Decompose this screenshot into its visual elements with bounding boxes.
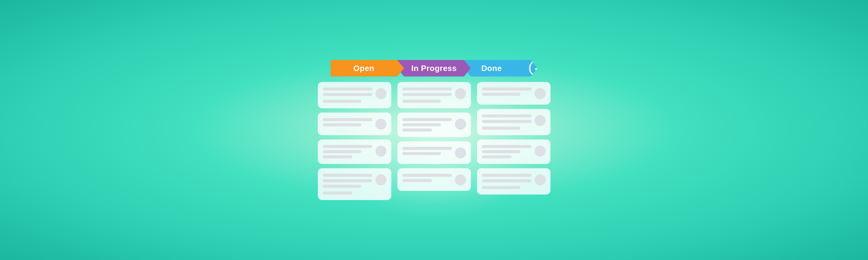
- status-done[interactable]: Done ✓: [464, 60, 538, 76]
- card-open-4[interactable]: [318, 168, 391, 200]
- line: [402, 152, 441, 155]
- line: [482, 115, 531, 118]
- line: [482, 150, 521, 153]
- card-inprogress-3[interactable]: [397, 141, 471, 164]
- line: [482, 145, 531, 148]
- line: [402, 128, 432, 132]
- kanban-board: [318, 82, 551, 200]
- line: [482, 127, 521, 130]
- card-content: [323, 174, 386, 195]
- line: [482, 120, 531, 123]
- line: [323, 88, 372, 91]
- status-inprogress-label: In Progress: [411, 64, 457, 73]
- line: [402, 174, 452, 177]
- card-lines: [323, 118, 372, 126]
- avatar: [534, 115, 546, 126]
- line: [323, 192, 352, 195]
- avatar: [375, 174, 386, 185]
- line: [323, 185, 361, 188]
- card-done-3[interactable]: [477, 139, 551, 164]
- card-open-2[interactable]: [318, 112, 391, 135]
- avatar: [375, 88, 386, 99]
- line: [482, 93, 521, 96]
- card-lines: [402, 174, 452, 182]
- line: [402, 93, 452, 96]
- card-content: [323, 118, 386, 130]
- line: [482, 174, 531, 177]
- avatar: [455, 88, 466, 99]
- status-bar: Open In Progress Done ✓: [331, 60, 538, 76]
- avatar: [455, 119, 466, 130]
- line: [482, 155, 512, 158]
- card-lines: [482, 88, 531, 96]
- card-content: [323, 145, 386, 158]
- card-inprogress-4[interactable]: [397, 168, 471, 191]
- background: Open In Progress Done ✓: [0, 0, 868, 260]
- card-inprogress-1[interactable]: [397, 82, 471, 108]
- done-circle: ✓: [529, 60, 546, 77]
- line: [482, 186, 521, 189]
- card-open-1[interactable]: [318, 82, 391, 108]
- card-open-3[interactable]: [318, 139, 391, 164]
- avatar: [455, 148, 466, 158]
- line: [323, 150, 361, 153]
- card-content: [402, 88, 466, 103]
- card-content: [402, 118, 466, 132]
- line: [323, 145, 372, 148]
- line: [402, 88, 452, 91]
- card-done-1[interactable]: [477, 82, 551, 105]
- line: [323, 155, 352, 158]
- check-icon: ✓: [534, 64, 541, 73]
- line: [482, 179, 531, 182]
- avatar: [534, 88, 546, 99]
- column-done: [477, 82, 551, 200]
- status-done-label: Done: [481, 64, 502, 73]
- avatar: [534, 174, 546, 185]
- card-lines: [482, 145, 531, 158]
- card-content: [323, 88, 386, 103]
- kanban-wrapper: Open In Progress Done ✓: [318, 60, 551, 200]
- card-lines: [323, 145, 372, 158]
- line: [402, 147, 452, 150]
- avatar: [375, 119, 386, 130]
- line: [323, 93, 372, 96]
- card-lines: [323, 174, 372, 195]
- card-lines: [323, 88, 372, 103]
- column-inprogress: [397, 82, 471, 200]
- card-content: [402, 174, 466, 185]
- card-lines: [402, 118, 452, 132]
- status-inprogress[interactable]: In Progress: [397, 60, 471, 76]
- card-content: [482, 88, 546, 99]
- line: [402, 118, 452, 121]
- card-lines: [482, 115, 531, 130]
- line: [323, 123, 361, 126]
- card-content: [402, 147, 466, 158]
- column-open: [318, 82, 391, 200]
- card-lines: [402, 88, 452, 103]
- status-open[interactable]: Open: [331, 60, 404, 76]
- card-done-2[interactable]: [477, 109, 551, 135]
- card-content: [482, 115, 546, 130]
- line: [323, 179, 372, 182]
- line: [323, 174, 372, 177]
- avatar: [455, 174, 466, 185]
- card-content: [482, 174, 546, 189]
- avatar: [534, 145, 546, 157]
- status-open-label: Open: [353, 64, 374, 73]
- line: [323, 100, 361, 103]
- card-done-4[interactable]: [477, 168, 551, 195]
- line: [482, 88, 531, 91]
- line: [402, 123, 441, 126]
- card-inprogress-2[interactable]: [397, 112, 471, 137]
- avatar: [375, 145, 386, 157]
- line: [402, 100, 441, 103]
- card-content: [482, 145, 546, 158]
- card-lines: [482, 174, 531, 189]
- card-lines: [402, 147, 452, 155]
- line: [323, 118, 372, 121]
- line: [402, 179, 432, 182]
